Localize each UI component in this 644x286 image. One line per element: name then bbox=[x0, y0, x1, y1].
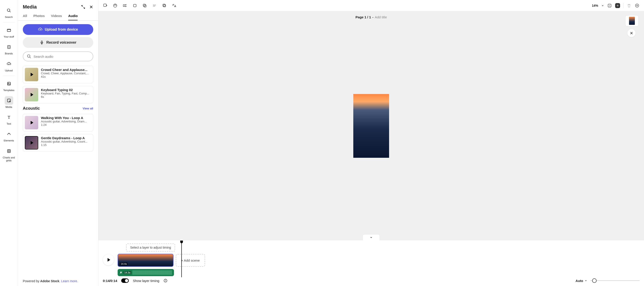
playhead[interactable] bbox=[181, 242, 182, 277]
audio-thumbnail[interactable] bbox=[25, 68, 38, 81]
panel-body: Upload from device Record voiceover Crow… bbox=[18, 21, 98, 276]
audio-item[interactable]: Keyboard Typing 02 Keyboard, Fan, Typing… bbox=[23, 86, 93, 103]
search-audio-input[interactable] bbox=[23, 52, 93, 61]
svg-rect-28 bbox=[154, 5, 156, 5]
audio-item-duration: 1:24 bbox=[41, 123, 91, 126]
info-icon[interactable] bbox=[164, 278, 168, 283]
page-thumbnail[interactable] bbox=[625, 15, 639, 27]
audio-item[interactable]: Gentle Daydreams - Loop A Acoustic guita… bbox=[23, 134, 93, 151]
canvas-preview[interactable] bbox=[353, 94, 389, 158]
music-icon bbox=[120, 271, 122, 274]
svg-point-16 bbox=[28, 55, 30, 58]
text-icon bbox=[5, 113, 13, 122]
show-timing-toggle[interactable] bbox=[121, 278, 129, 283]
rail-search[interactable]: Search bbox=[0, 4, 18, 21]
rail-your-stuff[interactable]: Your stuff bbox=[0, 24, 18, 41]
add-title-input[interactable]: Add title bbox=[375, 15, 387, 19]
audio-thumbnail[interactable] bbox=[25, 136, 38, 149]
canvas-main[interactable]: Page 1 / 1 - Add title bbox=[98, 11, 644, 240]
svg-rect-5 bbox=[8, 82, 10, 85]
expand-icon[interactable] bbox=[81, 5, 85, 9]
search-audio-field[interactable] bbox=[34, 55, 89, 58]
svg-point-45 bbox=[165, 280, 166, 280]
svg-point-41 bbox=[120, 273, 120, 273]
rail-elements[interactable]: Elements bbox=[0, 128, 18, 144]
time-display: 0:14/0:14 bbox=[103, 279, 117, 283]
play-icon bbox=[31, 73, 33, 76]
record-voiceover-button[interactable]: Record voiceover bbox=[23, 37, 93, 48]
add-icon[interactable] bbox=[634, 3, 640, 8]
chevron-down-icon bbox=[584, 279, 587, 282]
audio-thumbnail[interactable] bbox=[25, 88, 38, 101]
palette-icon[interactable] bbox=[113, 3, 118, 8]
audio-item-title: Gentle Daydreams - Loop A bbox=[41, 136, 91, 140]
zoom-level[interactable]: 14% bbox=[592, 4, 598, 8]
slider-thumb[interactable] bbox=[592, 278, 596, 283]
svg-point-22 bbox=[116, 5, 116, 5]
svg-rect-18 bbox=[104, 4, 106, 7]
svg-rect-23 bbox=[124, 5, 125, 6]
delete-icon[interactable] bbox=[626, 3, 632, 8]
zoom-auto-dropdown[interactable]: Auto bbox=[576, 279, 587, 283]
tab-all[interactable]: All bbox=[23, 14, 27, 20]
rail-charts[interactable]: Charts and grids bbox=[0, 145, 18, 164]
svg-rect-31 bbox=[163, 4, 165, 6]
page-count-icon[interactable]: 1 bbox=[607, 3, 612, 8]
align-icon[interactable] bbox=[152, 3, 157, 8]
close-icon[interactable] bbox=[89, 5, 93, 9]
section-header: Acoustic View all bbox=[23, 106, 93, 111]
close-thumbnails-button[interactable] bbox=[628, 29, 636, 37]
svg-point-21 bbox=[115, 5, 116, 5]
templates-icon bbox=[5, 80, 13, 88]
rail-media[interactable]: Media bbox=[0, 94, 18, 111]
svg-rect-30 bbox=[164, 5, 166, 7]
generative-fill-icon[interactable] bbox=[103, 3, 108, 8]
add-scene-button[interactable]: + Add scene bbox=[176, 254, 205, 267]
separator bbox=[623, 3, 624, 8]
tab-photos[interactable]: Photos bbox=[33, 14, 45, 20]
play-button[interactable] bbox=[103, 254, 114, 265]
audio-item[interactable]: Crowd Cheer and Applause... Crowd, Cheer… bbox=[23, 66, 93, 83]
shape-stack-icon[interactable] bbox=[142, 3, 147, 8]
svg-point-20 bbox=[114, 5, 115, 5]
resize-icon[interactable] bbox=[122, 3, 128, 8]
chevron-down-icon[interactable] bbox=[601, 4, 604, 7]
panel-footer: Powered by Adobe Stock. Learn more. bbox=[18, 276, 98, 286]
audio-item-duration: 6s bbox=[41, 95, 91, 99]
svg-rect-35 bbox=[617, 6, 618, 6]
media-panel: Media All Photos Videos Audio Upload fro… bbox=[18, 0, 98, 286]
audio-thumbnail[interactable] bbox=[25, 116, 38, 129]
audio-clip[interactable]: 14.3s bbox=[118, 269, 174, 276]
tab-videos[interactable]: Videos bbox=[51, 14, 62, 20]
audio-item-tags: Keyboard, Fan, Typing, Fast, Comp... bbox=[41, 92, 91, 95]
timing-hint: Select a layer to adjust timing bbox=[126, 243, 175, 251]
rail-text[interactable]: Text bbox=[0, 111, 18, 128]
audio-item-title: Crowd Cheer and Applause... bbox=[41, 68, 91, 72]
video-clip[interactable]: 14.4s bbox=[118, 254, 174, 267]
svg-rect-2 bbox=[7, 29, 10, 32]
section-title: Acoustic bbox=[23, 106, 40, 111]
charts-icon bbox=[5, 147, 13, 155]
show-timing-label: Show layer timing bbox=[133, 279, 159, 283]
copy-icon[interactable] bbox=[162, 3, 167, 8]
tab-audio[interactable]: Audio bbox=[68, 14, 78, 20]
rail-upload[interactable]: Upload bbox=[0, 58, 18, 74]
elements-icon bbox=[5, 130, 13, 138]
shape-square-icon[interactable] bbox=[132, 3, 137, 8]
play-icon bbox=[31, 93, 33, 96]
translate-icon[interactable] bbox=[172, 3, 177, 8]
timeline-view-icon[interactable] bbox=[615, 3, 620, 8]
view-all-link[interactable]: View all bbox=[83, 107, 93, 110]
audio-item[interactable]: Walking With You - Loop A Acoustic guita… bbox=[23, 114, 93, 131]
rail-brands[interactable]: B Brands bbox=[0, 41, 18, 57]
svg-rect-25 bbox=[143, 4, 145, 6]
rail-templates[interactable]: Templates bbox=[0, 77, 18, 94]
zoom-slider[interactable] bbox=[590, 280, 640, 281]
upload-from-device-button[interactable]: Upload from device bbox=[23, 24, 93, 35]
svg-rect-15 bbox=[41, 41, 42, 43]
learn-more-link[interactable]: Learn more. bbox=[61, 279, 78, 283]
upload-cloud-icon bbox=[5, 60, 13, 68]
collapse-timeline-button[interactable] bbox=[363, 234, 380, 240]
audio-item-tags: Acoustic guitar, Advertising, Dram... bbox=[41, 120, 91, 123]
panel-header: Media bbox=[18, 4, 98, 10]
